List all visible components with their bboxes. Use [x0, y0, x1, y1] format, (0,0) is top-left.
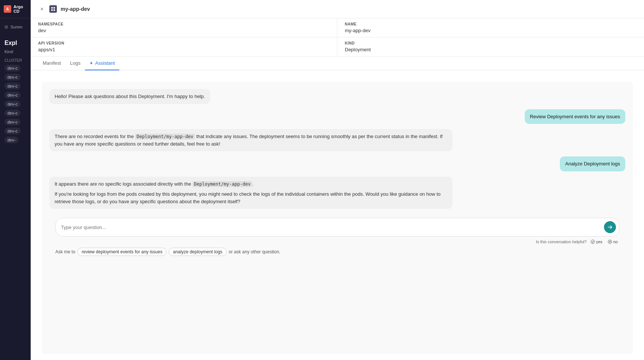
kind-label: Kind:: [4, 49, 14, 54]
tab-assistant-label: Assistant: [95, 60, 115, 66]
sidebar-nav-label: Summ: [10, 25, 22, 29]
namespace-label: NAMESPACE: [38, 22, 329, 26]
api-version-value: apps/v1: [38, 47, 329, 52]
kind-meta-value: Deployment: [345, 47, 637, 52]
sidebar-logo-label: Argo CD: [13, 4, 27, 13]
svg-rect-3: [53, 9, 55, 11]
no-label: no: [613, 240, 618, 244]
api-version-label: API VERSION: [38, 41, 329, 45]
cluster-item[interactable]: dev-c: [4, 110, 21, 116]
chat-message-text: Review Deployment events for any issues: [530, 114, 620, 119]
chat-area: Hello! Please ask questions about this D…: [42, 82, 633, 354]
tab-bar: Manifest Logs ✦ Assistant: [31, 57, 644, 70]
cluster-item[interactable]: dev-c: [4, 83, 21, 89]
helpful-feedback-row: Is this conversation helpful? yes: [55, 237, 619, 246]
svg-rect-0: [51, 7, 53, 9]
name-cell: NAME my-app-dev: [337, 18, 644, 37]
tab-manifest[interactable]: Manifest: [38, 57, 65, 70]
sidebar-nav: ◎ Summ: [0, 18, 31, 35]
sidebar: A Argo CD ◎ Summ Expl Kind: Cluster dev-…: [0, 0, 31, 360]
kind-meta-label: KIND: [345, 41, 637, 45]
assistant-sparkle-icon: ✦: [89, 61, 93, 66]
namespace-cell: NAMESPACE dev: [31, 18, 337, 37]
chat-message-text: Hello! Please ask questions about this D…: [55, 94, 205, 99]
suggestions-suffix: or ask any other question.: [229, 249, 280, 254]
cluster-item[interactable]: dev-c: [4, 101, 21, 107]
cluster-item[interactable]: dev-c: [4, 65, 21, 71]
resource-detail-panel: × my-app-dev NAMESPACE dev NAME my-app-d…: [31, 0, 644, 360]
svg-rect-1: [53, 7, 55, 9]
chat-message-text: Analyze Deployment logs: [565, 161, 620, 167]
panel-header: × my-app-dev: [31, 0, 644, 18]
sidebar-explore-label: Expl: [2, 37, 28, 48]
name-value: my-app-dev: [345, 28, 637, 33]
cluster-items: dev-c dev-c dev-c dev-c dev-c dev-c dev-…: [4, 64, 28, 145]
api-version-cell: API VERSION apps/v1: [31, 37, 337, 56]
chat-input[interactable]: [61, 225, 601, 230]
cluster-item[interactable]: dev-: [4, 137, 18, 143]
chat-message-text: There are no recorded events for the Dep…: [55, 134, 442, 147]
tab-assistant[interactable]: ✦ Assistant: [85, 57, 119, 70]
name-label: NAME: [345, 22, 637, 26]
chat-message-paragraph-2: If you're looking for logs from the pods…: [55, 190, 447, 205]
chat-message-bot-0: Hello! Please ask questions about this D…: [49, 89, 210, 104]
panel-title: my-app-dev: [61, 6, 90, 12]
chat-input-row: [55, 218, 619, 237]
tab-manifest-label: Manifest: [43, 60, 61, 66]
chat-message-user-3: Analyze Deployment logs: [560, 156, 625, 171]
tab-logs[interactable]: Logs: [65, 57, 85, 70]
cluster-item[interactable]: dev-c: [4, 119, 21, 125]
close-button[interactable]: ×: [38, 5, 46, 13]
tab-logs-label: Logs: [70, 60, 80, 66]
chat-message-bot-2: There are no recorded events for the Dep…: [49, 129, 453, 151]
kind-row: Kind:: [2, 48, 28, 55]
suggestion-chip-1[interactable]: analyze deployment logs: [169, 248, 226, 256]
suggestions-prefix: Ask me to: [55, 249, 75, 254]
helpful-no-button[interactable]: no: [606, 239, 619, 245]
yes-label: yes: [596, 240, 602, 244]
chat-message-bot-4: It appears there are no specific logs as…: [49, 177, 453, 209]
svg-rect-2: [51, 9, 53, 11]
helpful-yes-button[interactable]: yes: [589, 239, 604, 245]
svg-point-4: [591, 240, 595, 244]
argo-icon: A: [4, 5, 11, 13]
summary-icon: ◎: [4, 24, 8, 29]
chat-message-user-1: Review Deployment events for any issues: [525, 109, 625, 124]
kind-cell: KIND Deployment: [337, 37, 644, 56]
sidebar-item-summary[interactable]: ◎ Summ: [2, 21, 28, 32]
helpful-label: Is this conversation helpful?: [536, 240, 587, 244]
chat-message-paragraph-1: It appears there are no specific logs as…: [55, 180, 447, 188]
cluster-section: Cluster dev-c dev-c dev-c dev-c dev-c de…: [2, 55, 28, 146]
resource-icon: [49, 5, 57, 13]
chat-input-area: Is this conversation helpful? yes: [49, 214, 625, 259]
suggestion-chip-0[interactable]: review deployment events for any issues: [77, 248, 166, 256]
cluster-item[interactable]: dev-c: [4, 92, 21, 98]
cluster-label: Cluster: [4, 58, 28, 62]
metadata-grid: NAMESPACE dev NAME my-app-dev API VERSIO…: [31, 18, 644, 57]
send-button[interactable]: [604, 221, 616, 233]
sidebar-logo: A Argo CD: [0, 0, 31, 18]
cluster-item[interactable]: dev-c: [4, 128, 21, 134]
suggestions-row: Ask me to review deployment events for a…: [55, 246, 619, 259]
namespace-value: dev: [38, 28, 329, 33]
cluster-item[interactable]: dev-c: [4, 74, 21, 80]
